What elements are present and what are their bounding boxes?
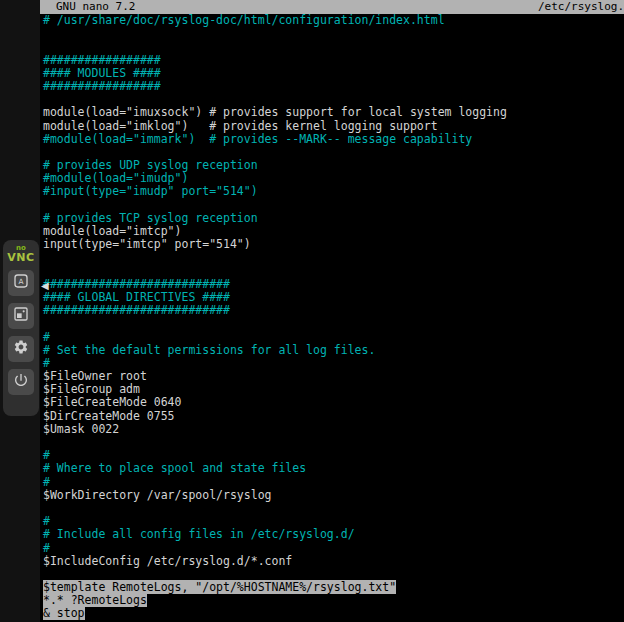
editor-line[interactable]: #input(type="imudp" port="514") — [43, 185, 624, 198]
editor-line[interactable]: # Set the default permissions for all lo… — [43, 344, 624, 357]
clipboard-button[interactable]: A — [8, 270, 34, 296]
terminal-window[interactable]: GNU nano 7.2 /etc/rsyslog. # /usr/share/… — [40, 0, 624, 622]
novnc-control-bar: no VNC A — [3, 240, 39, 416]
editor-content[interactable]: # /usr/share/doc/rsyslog-doc/html/config… — [40, 14, 624, 621]
editor-line[interactable]: ################# — [43, 80, 624, 93]
editor-line[interactable]: $DirCreateMode 0755 — [43, 410, 624, 423]
editor-line[interactable]: $IncludeConfig /etc/rsyslog.d/*.conf — [43, 555, 624, 568]
nano-app-title: GNU nano 7.2 — [56, 0, 135, 14]
editor-line[interactable]: ########################### — [43, 278, 624, 291]
gear-icon — [13, 339, 29, 359]
editor-line[interactable]: #module(load="immark") # provides --MARK… — [43, 133, 624, 146]
clipboard-icon: A — [13, 273, 29, 293]
editor-line[interactable]: $WorkDirectory /var/spool/rsyslog — [43, 489, 624, 502]
nano-titlebar: GNU nano 7.2 /etc/rsyslog. — [40, 0, 624, 14]
power-icon — [13, 372, 29, 392]
editor-line[interactable] — [43, 502, 624, 515]
editor-line[interactable] — [43, 317, 624, 330]
editor-line[interactable]: module(load="imuxsock") # provides suppo… — [43, 106, 624, 119]
editor-line[interactable]: input(type="imtcp" port="514") — [43, 238, 624, 251]
editor-line[interactable]: $Umask 0022 — [43, 423, 624, 436]
editor-line[interactable] — [43, 251, 624, 264]
settings-button[interactable] — [8, 336, 34, 362]
editor-line[interactable]: ########################### — [43, 304, 624, 317]
editor-line[interactable]: # Where to place spool and state files — [43, 462, 624, 475]
nano-file-name: /etc/rsyslog. — [538, 0, 624, 14]
fullscreen-icon — [13, 306, 29, 326]
editor-line[interactable]: $FileCreateMode 0640 — [43, 396, 624, 409]
novnc-logo-vnc: VNC — [7, 252, 34, 263]
editor-line[interactable]: # Include all config files in /etc/rsysl… — [43, 528, 624, 541]
editor-line-selected[interactable]: & stop — [43, 607, 624, 620]
editor-line[interactable]: module(load="imklog") # provides kernel … — [43, 120, 624, 133]
editor-line[interactable] — [43, 265, 624, 278]
editor-line[interactable]: # /usr/share/doc/rsyslog-doc/html/config… — [43, 14, 624, 27]
editor-line[interactable]: ################# — [43, 54, 624, 67]
editor-line[interactable] — [43, 40, 624, 53]
editor-line-selected[interactable]: *.* ?RemoteLogs — [43, 594, 624, 607]
fullscreen-button[interactable] — [8, 303, 34, 329]
svg-text:A: A — [18, 277, 23, 286]
vnc-screen: GNU nano 7.2 /etc/rsyslog. # /usr/share/… — [0, 0, 624, 622]
editor-line[interactable]: #### MODULES #### — [43, 67, 624, 80]
editor-line[interactable]: # — [43, 476, 624, 489]
editor-line[interactable] — [43, 27, 624, 40]
control-bar-collapse-arrow[interactable]: ◀ — [41, 280, 49, 291]
power-button[interactable] — [8, 369, 34, 395]
editor-line[interactable]: # — [43, 331, 624, 344]
editor-line[interactable] — [43, 436, 624, 449]
novnc-logo: no VNC — [7, 245, 34, 263]
editor-line[interactable]: # — [43, 542, 624, 555]
editor-line[interactable] — [43, 199, 624, 212]
